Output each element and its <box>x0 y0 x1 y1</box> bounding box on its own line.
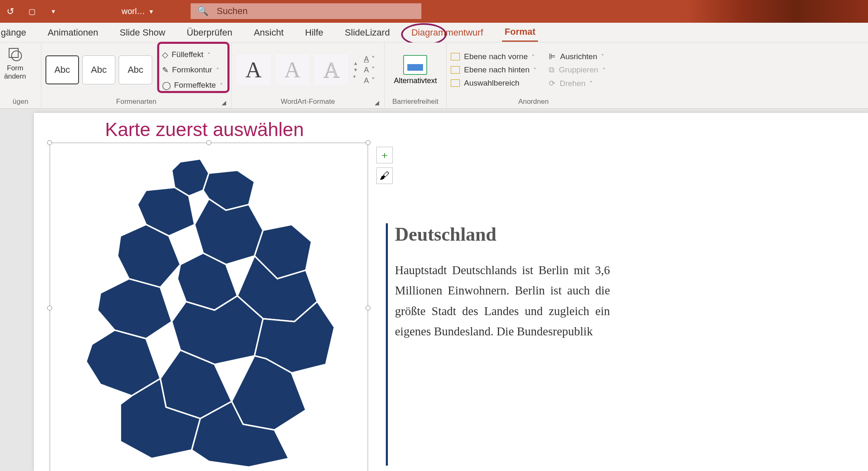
group-label-barrierefreiheit: Barrierefreiheit <box>389 98 442 108</box>
change-shape-label: Form ändern <box>4 64 26 81</box>
ribbon: Form ändern ügen Abc Abc Abc ◇ Fülleffek… <box>0 43 868 109</box>
text-fill-button[interactable]: A˅ <box>364 55 375 64</box>
slide-heading: Deutschland <box>395 223 610 245</box>
search-icon: 🔍 <box>197 6 208 17</box>
bring-forward-icon <box>451 53 460 60</box>
germany-map[interactable] <box>66 149 352 471</box>
chart-styles-button[interactable]: 🖌 <box>376 167 393 184</box>
title-bar-decoration <box>686 0 868 23</box>
resize-handle-ml[interactable] <box>47 306 52 311</box>
chevron-down-icon: ▼ <box>148 8 154 15</box>
group-label-anordnen: Anordnen <box>451 98 616 108</box>
text-outline-button[interactable]: A˅ <box>364 65 375 74</box>
shape-style-3[interactable]: Abc <box>119 55 152 84</box>
ebene-nach-hinten-button[interactable]: Ebene nach hinten ˅ <box>451 65 536 74</box>
brush-icon: 🖌 <box>380 170 390 182</box>
wordart-style-2[interactable]: A <box>275 54 310 86</box>
group-wordart: A A A ▲ ▼ ▾ A˅ A˅ A˅ WordArt-Formate ◢ <box>232 43 385 108</box>
chevron-down-icon: ˅ <box>533 67 536 73</box>
wordart-style-3[interactable]: A <box>313 54 349 86</box>
group-formenarten: Abc Abc Abc ◇ Fülleffekt ˅ ✎ Formkontur … <box>41 43 232 108</box>
tab-uebergaenge[interactable]: gänge <box>0 24 29 41</box>
resize-handle-tm[interactable] <box>206 140 211 145</box>
dialog-launcher-icon[interactable]: ◢ <box>375 99 379 106</box>
resize-handle-mr[interactable] <box>366 306 371 311</box>
tab-format[interactable]: Format <box>502 23 538 42</box>
wordart-gallery-down[interactable]: ▼ <box>353 67 358 73</box>
send-backward-icon <box>451 66 460 74</box>
accent-bar <box>386 223 388 466</box>
group-anordnen: Ebene nach vorne ˅ Ebene nach hinten ˅ A… <box>447 43 620 108</box>
chevron-down-icon: ˅ <box>208 52 210 58</box>
svg-rect-0 <box>9 48 18 57</box>
group-icon: ⧉ <box>549 65 555 74</box>
tab-ansicht[interactable]: Ansicht <box>251 24 286 41</box>
align-icon: ⊫ <box>549 52 556 61</box>
quick-access: ↺ ▢ ▾ <box>4 6 60 17</box>
shape-style-2[interactable]: Abc <box>82 55 116 84</box>
annotation-text: Karte zuerst auswählen <box>105 118 304 141</box>
present-icon[interactable]: ▢ <box>26 7 38 16</box>
alternativtext-button[interactable]: Alternativtext <box>394 55 437 85</box>
tab-slideshow[interactable]: Slide Show <box>117 24 168 41</box>
outline-icon: ✎ <box>162 65 169 75</box>
document-title[interactable]: worl… ▼ <box>122 7 154 16</box>
wordart-gallery-more[interactable]: ▾ <box>353 74 358 79</box>
change-shape-button[interactable]: Form ändern <box>4 45 26 81</box>
shape-icon <box>6 45 24 63</box>
group-label-formenarten: Formenarten ◢ <box>45 98 227 108</box>
alttext-icon <box>403 55 427 75</box>
auswahlbereich-button[interactable]: Auswahlbereich <box>451 79 536 88</box>
fuelleffekt-button[interactable]: ◇ Fülleffekt ˅ <box>158 48 227 61</box>
dialog-launcher-icon[interactable]: ◢ <box>222 99 226 106</box>
tab-ueberpruefen[interactable]: Überprüfen <box>184 24 235 41</box>
chevron-down-icon: ˅ <box>220 82 223 88</box>
search-placeholder: Suchen <box>217 6 248 17</box>
shape-style-1[interactable]: Abc <box>45 55 79 84</box>
slide-body: Hauptstadt Deutschlands ist Berlin mit 3… <box>395 260 610 342</box>
rotate-icon: ⟳ <box>549 79 555 88</box>
formkontur-button[interactable]: ✎ Formkontur ˅ <box>158 64 227 77</box>
plus-icon: ＋ <box>380 148 390 162</box>
selection-pane-icon <box>451 79 460 87</box>
selected-map-object[interactable] <box>50 143 368 471</box>
tab-slidelizard[interactable]: SlideLizard <box>342 24 392 41</box>
drehen-button: ⟳ Drehen ˅ <box>549 79 605 88</box>
tab-diagrammentwurf[interactable]: Diagrammentwurf <box>409 24 486 41</box>
ebene-nach-vorne-button[interactable]: Ebene nach vorne ˅ <box>451 52 536 61</box>
group-label-insert: ügen <box>4 98 37 108</box>
chevron-down-icon: ˅ <box>216 67 219 73</box>
group-insert-shapes: Form ändern ügen <box>0 43 41 108</box>
title-bar: ↺ ▢ ▾ worl… ▼ 🔍 Suchen <box>0 0 868 23</box>
svg-point-1 <box>12 51 22 61</box>
chart-elements-button[interactable]: ＋ <box>376 147 393 163</box>
qat-more-icon[interactable]: ▾ <box>47 7 60 15</box>
tab-hilfe[interactable]: Hilfe <box>303 24 326 41</box>
chevron-down-icon: ˅ <box>532 54 535 60</box>
ribbon-tabs: gänge Animationen Slide Show Überprüfen … <box>0 23 868 43</box>
group-barrierefreiheit: Alternativtext Barrierefreiheit <box>385 43 447 108</box>
document-name: worl… <box>122 7 145 16</box>
ausrichten-button[interactable]: ⊫ Ausrichten ˅ <box>549 52 605 61</box>
text-effects-button[interactable]: A˅ <box>364 76 375 85</box>
group-label-wordart: WordArt-Formate ◢ <box>236 98 380 108</box>
search-box[interactable]: 🔍 Suchen <box>190 3 422 19</box>
slide-text-block[interactable]: Deutschland Hauptstadt Deutschlands ist … <box>395 223 610 342</box>
shape-fill-dropdowns: ◇ Fülleffekt ˅ ✎ Formkontur ˅ ◯ Formeffe… <box>158 48 227 92</box>
wordart-style-1[interactable]: A <box>236 54 271 86</box>
effects-icon: ◯ <box>162 81 171 90</box>
undo-icon[interactable]: ↺ <box>4 6 17 17</box>
wordart-gallery-up[interactable]: ▲ <box>353 60 358 66</box>
formeffekte-button[interactable]: ◯ Formeffekte ˅ <box>158 79 227 92</box>
gruppieren-button: ⧉ Gruppieren ˅ <box>549 65 605 74</box>
resize-handle-tl[interactable] <box>47 140 52 145</box>
paint-bucket-icon: ◇ <box>162 50 168 60</box>
resize-handle-tr[interactable] <box>366 140 371 145</box>
tab-animationen[interactable]: Animationen <box>45 24 100 41</box>
